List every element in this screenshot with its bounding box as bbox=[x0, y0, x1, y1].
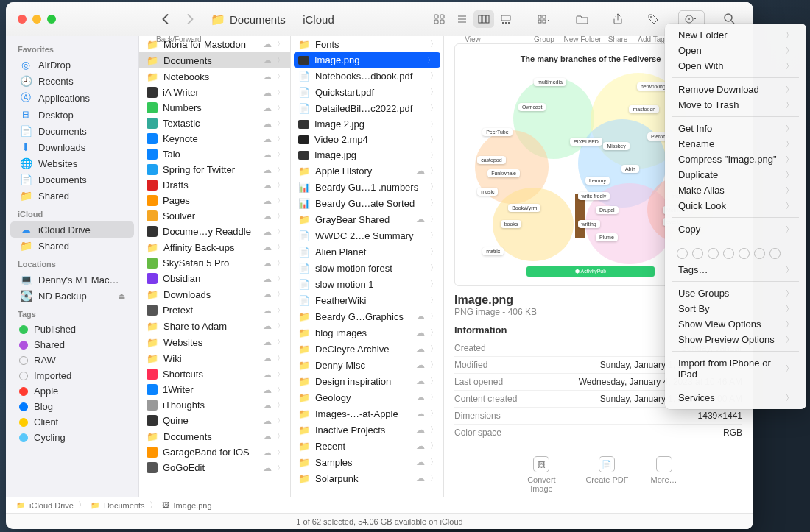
cloud-download-icon[interactable]: ☁︎ bbox=[263, 447, 272, 458]
file-row[interactable]: Image.jpg〉 bbox=[291, 147, 443, 163]
file-row[interactable]: GoGoEdit☁︎〉 bbox=[139, 460, 290, 475]
sidebar-item[interactable]: 📁Shared bbox=[10, 238, 134, 254]
file-row[interactable]: 📁DeCleyre Archive☁︎〉 bbox=[291, 341, 443, 357]
path-segment[interactable]: Image.png bbox=[174, 501, 212, 510]
menu-item[interactable]: Quick Look〉 bbox=[665, 198, 806, 213]
file-row[interactable]: 📁Samples☁︎〉 bbox=[291, 454, 443, 470]
cloud-download-icon[interactable]: ☁︎ bbox=[416, 344, 425, 354]
view-gallery-button[interactable] bbox=[496, 10, 516, 28]
cloud-download-icon[interactable]: ☁︎ bbox=[263, 463, 272, 473]
cloud-download-icon[interactable]: ☁︎ bbox=[416, 311, 425, 322]
cloud-download-icon[interactable]: ☁︎ bbox=[416, 408, 425, 419]
menu-item[interactable]: Show Preview Options〉 bbox=[665, 332, 806, 347]
tag-circle[interactable] bbox=[770, 248, 781, 259]
sidebar-item[interactable]: 🌐Websites bbox=[10, 155, 134, 171]
view-icon-button[interactable] bbox=[429, 10, 450, 28]
cloud-download-icon[interactable]: ☁︎ bbox=[416, 214, 425, 224]
view-column-button[interactable] bbox=[473, 10, 494, 28]
file-row[interactable]: Image 2.jpg〉 bbox=[291, 116, 443, 132]
file-row[interactable]: Image.png〉 bbox=[294, 52, 440, 68]
file-row[interactable]: 📁Solarpunk☁︎〉 bbox=[291, 470, 443, 486]
file-row[interactable]: 📄Notebooks…dbook.pdf〉 bbox=[291, 68, 443, 84]
quick-action[interactable]: 📄Create PDF bbox=[585, 456, 628, 493]
file-row[interactable]: 📄FeatherWiki〉 bbox=[291, 292, 443, 308]
file-row[interactable]: 📁Documents☁︎〉 bbox=[139, 52, 290, 68]
menu-item[interactable]: Show View Options〉 bbox=[665, 316, 806, 332]
menu-item[interactable]: Services〉 bbox=[665, 390, 806, 405]
menu-item[interactable]: Sort By〉 bbox=[665, 301, 806, 316]
sidebar-item[interactable]: 💽ND Backup⏏ bbox=[10, 288, 134, 304]
eject-icon[interactable]: ⏏ bbox=[118, 291, 125, 301]
file-row[interactable]: 📁Documents☁︎〉 bbox=[139, 428, 290, 444]
sidebar-item[interactable]: 💻Denny's M1 Mac… bbox=[10, 272, 134, 288]
file-row[interactable]: Pages☁︎〉 bbox=[139, 193, 290, 208]
file-row[interactable]: 📁Websites☁︎〉 bbox=[139, 334, 290, 350]
cloud-download-icon[interactable]: ☁︎ bbox=[263, 274, 272, 284]
sidebar-item[interactable]: Blog bbox=[10, 399, 134, 414]
quick-action[interactable]: ⋯More… bbox=[651, 456, 677, 493]
menu-item[interactable]: Get Info〉 bbox=[665, 121, 806, 136]
file-row[interactable]: 📁Wiki☁︎〉 bbox=[139, 350, 290, 366]
sidebar-item[interactable]: Shared bbox=[10, 337, 134, 352]
file-row[interactable]: Numbers☁︎〉 bbox=[139, 100, 290, 116]
cloud-download-icon[interactable]: ☁︎ bbox=[263, 289, 272, 299]
menu-item[interactable]: Remove Download〉 bbox=[665, 82, 806, 97]
file-row[interactable]: GarageBand for iOS☁︎〉 bbox=[139, 444, 290, 460]
cloud-download-icon[interactable]: ☁︎ bbox=[416, 457, 425, 467]
menu-item[interactable]: Open With〉 bbox=[665, 58, 806, 74]
file-row[interactable]: iA Writer☁︎〉 bbox=[139, 85, 290, 100]
tag-circle[interactable] bbox=[677, 248, 688, 259]
file-row[interactable]: 📊Beardy Gu…ate Sorted〉 bbox=[291, 195, 443, 211]
view-list-button[interactable] bbox=[451, 10, 472, 28]
file-row[interactable]: Textastic☁︎〉 bbox=[139, 116, 290, 131]
sidebar-item[interactable]: 📄Documents bbox=[10, 171, 134, 188]
menu-item[interactable]: Move to Trash〉 bbox=[665, 97, 806, 113]
menu-item[interactable]: Copy〉 bbox=[665, 221, 806, 237]
file-row[interactable]: Taio☁︎〉 bbox=[139, 146, 290, 162]
sidebar-item[interactable]: ⬇Downloads bbox=[10, 139, 134, 155]
forward-button[interactable] bbox=[180, 10, 200, 28]
cloud-download-icon[interactable]: ☁︎ bbox=[263, 55, 272, 65]
quick-action[interactable]: 🖼Convert Image bbox=[519, 456, 563, 493]
file-row[interactable]: 1Writer☁︎〉 bbox=[139, 382, 290, 397]
file-row[interactable]: 📁Notebooks☁︎〉 bbox=[139, 68, 290, 85]
file-row[interactable]: Docume…y Readdle☁︎〉 bbox=[139, 224, 290, 239]
menu-item[interactable]: Rename〉 bbox=[665, 136, 806, 152]
cloud-download-icon[interactable]: ☁︎ bbox=[416, 425, 425, 435]
share-button[interactable] bbox=[608, 10, 628, 28]
cloud-download-icon[interactable]: ☁︎ bbox=[263, 337, 272, 347]
menu-item[interactable]: Make Alias〉 bbox=[665, 182, 806, 198]
tag-circle[interactable] bbox=[739, 248, 750, 259]
cloud-download-icon[interactable]: ☁︎ bbox=[416, 441, 425, 451]
cloud-download-icon[interactable]: ☁︎ bbox=[263, 196, 272, 206]
sidebar-item[interactable]: ⒶApplications bbox=[10, 89, 134, 107]
file-row[interactable]: 📁Share to Adam☁︎〉 bbox=[139, 318, 290, 334]
cloud-download-icon[interactable]: ☁︎ bbox=[416, 166, 425, 176]
zoom-button[interactable] bbox=[47, 15, 56, 24]
cloud-download-icon[interactable]: ☁︎ bbox=[416, 473, 425, 483]
file-row[interactable]: Keynote☁︎〉 bbox=[139, 131, 290, 146]
file-row[interactable]: 📁Denny Misc☁︎〉 bbox=[291, 357, 443, 373]
menu-item[interactable]: Tags…〉 bbox=[665, 262, 806, 277]
file-row[interactable]: Pretext☁︎〉 bbox=[139, 302, 290, 318]
cloud-download-icon[interactable]: ☁︎ bbox=[263, 211, 272, 221]
file-row[interactable]: 📁Mona for Mastodon☁︎〉 bbox=[139, 36, 290, 52]
cloud-download-icon[interactable]: ☁︎ bbox=[416, 360, 425, 370]
file-row[interactable]: 📄slow motion forest〉 bbox=[291, 260, 443, 276]
cloud-download-icon[interactable]: ☁︎ bbox=[263, 71, 272, 82]
cloud-download-icon[interactable]: ☁︎ bbox=[263, 258, 272, 269]
file-row[interactable]: 📁Geology☁︎〉 bbox=[291, 389, 443, 405]
path-segment[interactable]: iCloud Drive bbox=[29, 501, 74, 510]
file-row[interactable]: 📁Recent☁︎〉 bbox=[291, 438, 443, 454]
new-folder-button[interactable] bbox=[572, 10, 593, 28]
file-row[interactable]: 📁Design inspiration☁︎〉 bbox=[291, 373, 443, 389]
sidebar-item[interactable]: Client bbox=[10, 414, 134, 430]
cloud-download-icon[interactable]: ☁︎ bbox=[263, 416, 272, 426]
file-row[interactable]: Obsidian☁︎〉 bbox=[139, 271, 290, 286]
cloud-download-icon[interactable]: ☁︎ bbox=[416, 392, 425, 402]
menu-tag-circles[interactable] bbox=[665, 245, 806, 262]
add-tags-button[interactable] bbox=[643, 10, 663, 28]
cloud-download-icon[interactable]: ☁︎ bbox=[263, 227, 272, 237]
close-button[interactable] bbox=[18, 15, 27, 24]
tag-circle[interactable] bbox=[708, 248, 719, 259]
